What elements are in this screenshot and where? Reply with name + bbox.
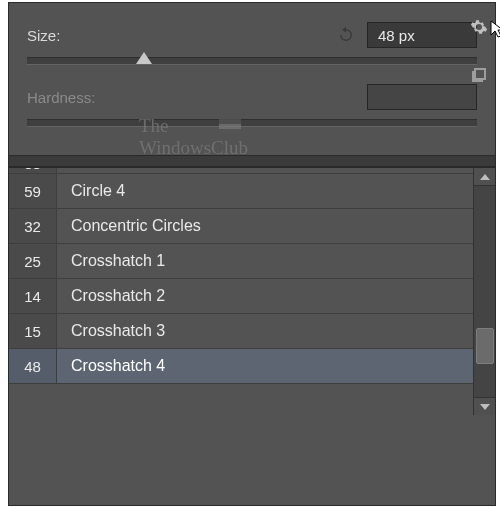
size-slider-thumb[interactable]	[136, 52, 152, 64]
list-item[interactable]: 25 Crosshatch 1	[9, 244, 473, 279]
gear-icon[interactable]	[469, 17, 489, 37]
chevron-down-icon	[480, 404, 490, 410]
brush-name: Crosshatch 3	[57, 322, 473, 340]
brush-thumb: 32	[9, 209, 57, 243]
new-preset-icon[interactable]	[471, 65, 489, 83]
hardness-input	[367, 84, 477, 110]
size-slider[interactable]	[27, 57, 477, 65]
brush-controls: Size: Hardness: The WindowsClub	[9, 3, 495, 155]
size-label: Size:	[27, 27, 147, 44]
brush-name: Concentric Circles	[57, 217, 473, 235]
size-input[interactable]	[367, 22, 477, 48]
size-row: Size:	[27, 21, 477, 49]
scroll-down-button[interactable]	[474, 397, 495, 415]
list-item[interactable]: 15 Crosshatch 3	[9, 314, 473, 349]
reset-size-icon[interactable]	[337, 26, 355, 44]
brush-name: Crosshatch 1	[57, 252, 473, 270]
cursor-pointer-icon	[489, 19, 500, 39]
list-item[interactable]: 32 Concentric Circles	[9, 209, 473, 244]
hardness-row: Hardness:	[27, 83, 477, 111]
brush-thumb: 33	[9, 168, 57, 173]
brush-name: Crosshatch 4	[57, 357, 473, 375]
brush-list-scrollbar[interactable]	[473, 168, 495, 415]
brush-thumb: 25	[9, 244, 57, 278]
brush-thumb: 48	[9, 349, 57, 383]
brush-list-area: 33 59 Circle 4 32 Concentric Circles 25 …	[9, 167, 495, 415]
brush-thumb: 59	[9, 174, 57, 208]
brush-name: Crosshatch 2	[57, 287, 473, 305]
chevron-up-icon	[480, 174, 490, 180]
section-divider	[9, 155, 495, 167]
list-item[interactable]: 14 Crosshatch 2	[9, 279, 473, 314]
brush-preset-picker: Size: Hardness: The WindowsClub 33	[8, 2, 496, 506]
brush-name: Circle 4	[57, 182, 473, 200]
list-item[interactable]: 48 Crosshatch 4	[9, 349, 473, 384]
list-item[interactable]: 59 Circle 4	[9, 174, 473, 209]
scrollbar-thumb[interactable]	[476, 328, 494, 364]
hardness-slider	[27, 119, 477, 127]
brush-list[interactable]: 33 59 Circle 4 32 Concentric Circles 25 …	[9, 168, 473, 415]
brush-thumb: 15	[9, 314, 57, 348]
scroll-up-button[interactable]	[474, 168, 495, 186]
brush-thumb: 14	[9, 279, 57, 313]
hardness-label: Hardness:	[27, 89, 147, 106]
